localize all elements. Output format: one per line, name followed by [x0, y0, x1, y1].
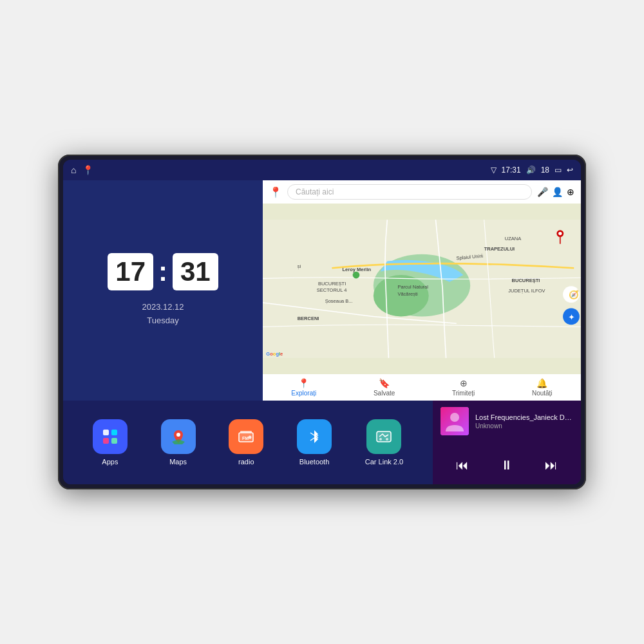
svg-text:SECTORUL 4: SECTORUL 4	[317, 287, 347, 293]
bottom-row: Apps Maps	[63, 401, 581, 484]
clock-date: 2023.12.12 Tuesday	[142, 301, 184, 328]
share-icon: ⊕	[460, 378, 468, 388]
svg-point-16	[353, 272, 360, 279]
map-panel[interactable]: 📍 Căutați aici 🎤 👤 ⊕	[263, 180, 581, 401]
battery-icon: ▭	[554, 166, 562, 175]
apps-icon	[93, 419, 128, 454]
bluetooth-icon	[297, 419, 332, 454]
map-footer: 📍 Explorați 🔖 Salvate ⊕ Trimiteți 🔔	[263, 374, 581, 401]
svg-point-35	[249, 436, 252, 439]
svg-rect-28	[103, 438, 109, 444]
carlink-label: Car Link 2.0	[365, 458, 403, 466]
map-footer-saved[interactable]: 🔖 Salvate	[374, 378, 395, 397]
svg-point-38	[379, 438, 382, 440]
music-text: Lost Frequencies_Janieck Devy-... Unknow…	[475, 413, 573, 430]
svg-text:✦: ✦	[568, 312, 575, 322]
main-content: 17 : 31 2023.12.12 Tuesday 📍	[63, 180, 581, 484]
clock-panel: 17 : 31 2023.12.12 Tuesday	[63, 180, 263, 401]
svg-text:BUCUREȘTI: BUCUREȘTI	[318, 281, 346, 287]
svg-text:BERCENI: BERCENI	[298, 316, 319, 321]
clock-display: 17 : 31	[108, 253, 218, 290]
clock-hours: 17	[108, 253, 153, 290]
music-controls: ⏮ ⏸ ⏭	[440, 453, 573, 478]
svg-text:Șoseaua B...: Șoseaua B...	[325, 298, 353, 304]
app-item-maps[interactable]: Maps	[161, 419, 196, 466]
account-icon[interactable]: 👤	[552, 187, 563, 197]
next-button[interactable]: ⏭	[538, 455, 564, 475]
explore-icon: 📍	[298, 378, 309, 388]
map-footer-news[interactable]: 🔔 Noutăți	[532, 378, 553, 397]
svg-point-39	[386, 438, 388, 440]
app-item-carlink[interactable]: Car Link 2.0	[365, 419, 403, 466]
search-placeholder: Căutați aici	[296, 187, 334, 196]
top-row: 17 : 31 2023.12.12 Tuesday 📍	[63, 180, 581, 401]
status-left: ⌂ 📍	[71, 165, 93, 175]
svg-point-41	[450, 413, 459, 422]
music-info: Lost Frequencies_Janieck Devy-... Unknow…	[440, 407, 573, 435]
apps-panel: Apps Maps	[63, 401, 433, 484]
battery-level: 18	[541, 166, 549, 175]
svg-text:Leroy Merlin: Leroy Merlin	[343, 267, 372, 272]
bluetooth-label: Bluetooth	[299, 458, 329, 466]
maps-icon	[161, 419, 196, 454]
play-pause-button[interactable]: ⏸	[494, 455, 520, 475]
map-footer-explore[interactable]: 📍 Explorați	[291, 378, 316, 397]
music-title: Lost Frequencies_Janieck Devy-...	[475, 413, 573, 421]
time-display: 17:31	[502, 166, 521, 175]
app-item-bluetooth[interactable]: Bluetooth	[297, 419, 332, 466]
apps-label: Apps	[102, 458, 118, 466]
map-pin-icon: 📍	[269, 186, 282, 198]
radio-label: radio	[238, 458, 254, 466]
svg-text:TRAPEZULUI: TRAPEZULUI	[484, 246, 515, 252]
map-svg: Splaiul Unirii TRAPEZULUI BUCUREȘTI JUDE…	[263, 204, 581, 374]
music-panel: Lost Frequencies_Janieck Devy-... Unknow…	[433, 401, 581, 484]
maps-label: Maps	[169, 458, 187, 466]
music-artist: Unknown	[475, 422, 573, 430]
saved-icon: 🔖	[379, 378, 390, 388]
carlink-icon	[366, 419, 401, 454]
prev-button[interactable]: ⏮	[450, 455, 475, 475]
svg-rect-27	[111, 430, 117, 435]
svg-rect-36	[377, 431, 391, 442]
back-icon[interactable]: ↩	[567, 166, 573, 175]
music-thumbnail	[440, 407, 469, 435]
home-icon[interactable]: ⌂	[71, 165, 76, 175]
svg-rect-34	[240, 431, 252, 433]
volume-icon: 🔊	[526, 166, 536, 175]
map-header: 📍 Căutați aici 🎤 👤 ⊕	[263, 180, 581, 204]
map-search-icons: 🎤 👤 ⊕	[537, 187, 574, 197]
svg-text:UZANA: UZANA	[505, 236, 521, 242]
svg-text:Google: Google	[266, 351, 283, 357]
radio-icon: FM	[229, 419, 263, 454]
status-bar: ⌂ 📍 ▽ 17:31 🔊 18 ▭ ↩	[63, 160, 581, 180]
news-label: Noutăți	[532, 390, 553, 397]
svg-text:FM: FM	[242, 436, 249, 440]
signal-icon: ▽	[491, 166, 497, 175]
status-right: ▽ 17:31 🔊 18 ▭ ↩	[491, 166, 573, 175]
svg-text:și: și	[298, 263, 301, 269]
app-item-apps[interactable]: Apps	[93, 419, 128, 466]
map-body[interactable]: Splaiul Unirii TRAPEZULUI BUCUREȘTI JUDE…	[263, 204, 581, 374]
maps-nav-icon[interactable]: 📍	[82, 165, 93, 175]
map-footer-share[interactable]: ⊕ Trimiteți	[452, 378, 475, 397]
app-item-radio[interactable]: FM radio	[229, 419, 263, 466]
map-search-bar[interactable]: Căutați aici	[287, 184, 532, 200]
svg-rect-26	[103, 430, 109, 435]
car-display-device: ⌂ 📍 ▽ 17:31 🔊 18 ▭ ↩ 17 :	[58, 155, 586, 489]
svg-point-30	[176, 433, 180, 437]
svg-rect-29	[111, 438, 117, 444]
svg-text:BUCUREȘTI: BUCUREȘTI	[512, 278, 540, 283]
car-screen: ⌂ 📍 ▽ 17:31 🔊 18 ▭ ↩ 17 :	[63, 160, 581, 484]
layers-icon[interactable]: ⊕	[567, 187, 574, 197]
mic-icon[interactable]: 🎤	[537, 187, 548, 197]
share-label: Trimiteți	[452, 390, 475, 397]
clock-minutes: 31	[173, 253, 218, 290]
svg-text:🧭: 🧭	[569, 290, 580, 300]
svg-text:Văcărești: Văcărești	[397, 291, 418, 297]
saved-label: Salvate	[374, 390, 395, 397]
map-canvas: Splaiul Unirii TRAPEZULUI BUCUREȘTI JUDE…	[263, 204, 581, 374]
svg-point-20	[558, 232, 562, 235]
clock-colon: :	[158, 258, 167, 285]
svg-text:Parcul Natural: Parcul Natural	[397, 285, 428, 290]
explore-label: Explorați	[291, 390, 316, 397]
